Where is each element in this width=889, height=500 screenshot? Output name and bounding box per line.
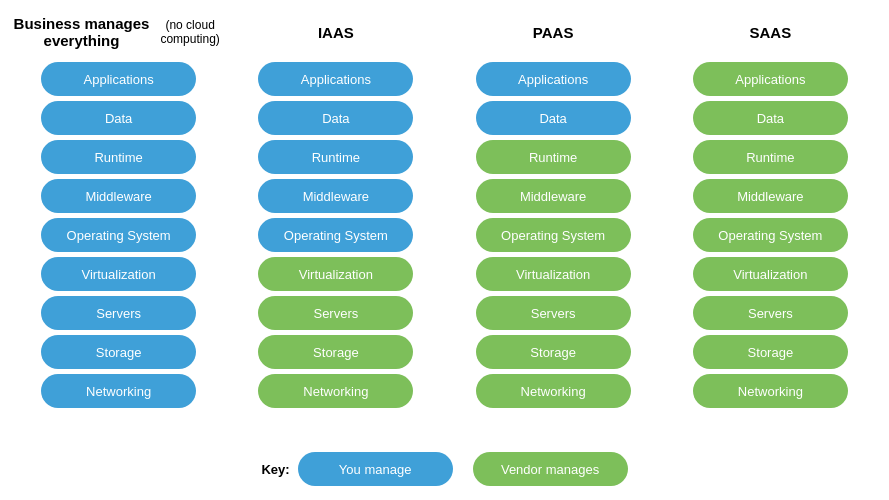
column-paas: PAASApplicationsDataRuntimeMiddlewareOpe… bbox=[445, 10, 662, 413]
vendor-manages-pill: Vendor manages bbox=[473, 452, 628, 486]
column-header-iaas: IAAS bbox=[318, 10, 354, 54]
pill-paas-6: Servers bbox=[476, 296, 631, 330]
pill-iaas-1: Data bbox=[258, 101, 413, 135]
pill-iaas-4: Operating System bbox=[258, 218, 413, 252]
pill-paas-4: Operating System bbox=[476, 218, 631, 252]
column-iaas: IAASApplicationsDataRuntimeMiddlewareOpe… bbox=[227, 10, 444, 413]
column-no-cloud: Business manages everything(no cloud com… bbox=[10, 10, 227, 413]
pill-no-cloud-0: Applications bbox=[41, 62, 196, 96]
pill-paas-3: Middleware bbox=[476, 179, 631, 213]
pill-iaas-3: Middleware bbox=[258, 179, 413, 213]
pill-no-cloud-5: Virtualization bbox=[41, 257, 196, 291]
pill-paas-5: Virtualization bbox=[476, 257, 631, 291]
pill-no-cloud-3: Middleware bbox=[41, 179, 196, 213]
main-container: Business manages everything(no cloud com… bbox=[0, 0, 889, 500]
pill-iaas-8: Networking bbox=[258, 374, 413, 408]
pill-no-cloud-8: Networking bbox=[41, 374, 196, 408]
pill-saas-1: Data bbox=[693, 101, 848, 135]
pill-iaas-0: Applications bbox=[258, 62, 413, 96]
column-header-paas: PAAS bbox=[533, 10, 574, 54]
pill-paas-8: Networking bbox=[476, 374, 631, 408]
column-header-no-cloud: Business manages everything(no cloud com… bbox=[10, 10, 227, 54]
key-area: Key: You manage Vendor manages bbox=[10, 452, 879, 490]
pill-iaas-7: Storage bbox=[258, 335, 413, 369]
pill-no-cloud-2: Runtime bbox=[41, 140, 196, 174]
column-header-saas: SAAS bbox=[750, 10, 792, 54]
pill-paas-1: Data bbox=[476, 101, 631, 135]
pill-saas-8: Networking bbox=[693, 374, 848, 408]
pill-saas-6: Servers bbox=[693, 296, 848, 330]
pill-saas-5: Virtualization bbox=[693, 257, 848, 291]
column-saas: SAASApplicationsDataRuntimeMiddlewareOpe… bbox=[662, 10, 879, 413]
pill-iaas-6: Servers bbox=[258, 296, 413, 330]
pill-saas-4: Operating System bbox=[693, 218, 848, 252]
pill-paas-7: Storage bbox=[476, 335, 631, 369]
pill-paas-0: Applications bbox=[476, 62, 631, 96]
pill-paas-2: Runtime bbox=[476, 140, 631, 174]
pill-saas-0: Applications bbox=[693, 62, 848, 96]
columns-area: Business manages everything(no cloud com… bbox=[10, 10, 879, 446]
pill-saas-7: Storage bbox=[693, 335, 848, 369]
pill-no-cloud-7: Storage bbox=[41, 335, 196, 369]
pill-saas-2: Runtime bbox=[693, 140, 848, 174]
you-manage-pill: You manage bbox=[298, 452, 453, 486]
pill-no-cloud-4: Operating System bbox=[41, 218, 196, 252]
pill-iaas-5: Virtualization bbox=[258, 257, 413, 291]
pill-iaas-2: Runtime bbox=[258, 140, 413, 174]
pill-saas-3: Middleware bbox=[693, 179, 848, 213]
pill-no-cloud-6: Servers bbox=[41, 296, 196, 330]
pill-no-cloud-1: Data bbox=[41, 101, 196, 135]
key-label: Key: bbox=[261, 462, 289, 477]
